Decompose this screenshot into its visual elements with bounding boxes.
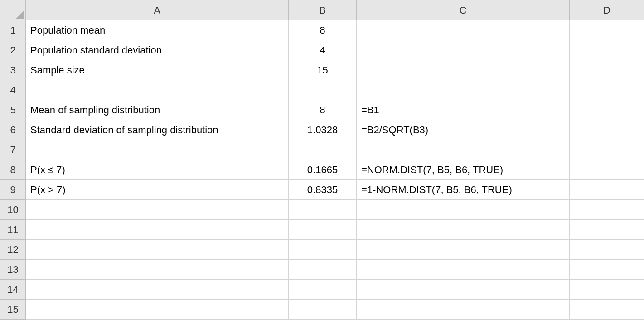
cell-a15[interactable]: [26, 300, 289, 320]
cell-a8[interactable]: P(x ≤ 7): [26, 160, 289, 180]
row-8: 8 P(x ≤ 7) 0.1665 =NORM.DIST(7, B5, B6, …: [0, 160, 644, 180]
row-header-7[interactable]: 7: [0, 140, 26, 160]
cell-c5[interactable]: =B1: [357, 100, 570, 120]
cell-b4[interactable]: [289, 80, 357, 100]
cell-c15[interactable]: [357, 300, 570, 320]
cell-b8[interactable]: 0.1665: [289, 160, 357, 180]
cell-d11[interactable]: [570, 220, 644, 240]
row-header-15[interactable]: 15: [0, 300, 26, 320]
cell-c2[interactable]: [357, 40, 570, 60]
cell-b14[interactable]: [289, 280, 357, 300]
cell-b7[interactable]: [289, 140, 357, 160]
cell-d13[interactable]: [570, 260, 644, 280]
cell-a9[interactable]: P(x > 7): [26, 180, 289, 200]
cell-a6[interactable]: Standard deviation of sampling distribut…: [26, 120, 289, 140]
row-header-12[interactable]: 12: [0, 240, 26, 260]
cell-a13[interactable]: [26, 260, 289, 280]
cell-c13[interactable]: [357, 260, 570, 280]
cell-c1[interactable]: [357, 20, 570, 40]
cell-d9[interactable]: [570, 180, 644, 200]
cell-a4[interactable]: [26, 80, 289, 100]
cell-d6[interactable]: [570, 120, 644, 140]
cell-a1[interactable]: Population mean: [26, 20, 289, 40]
row-7: 7: [0, 140, 644, 160]
cell-d2[interactable]: [570, 40, 644, 60]
cell-b10[interactable]: [289, 200, 357, 220]
cell-c8[interactable]: =NORM.DIST(7, B5, B6, TRUE): [357, 160, 570, 180]
column-header-row: A B C D: [0, 0, 644, 20]
cell-a11[interactable]: [26, 220, 289, 240]
cell-a2[interactable]: Population standard deviation: [26, 40, 289, 60]
cell-c11[interactable]: [357, 220, 570, 240]
cell-b9[interactable]: 0.8335: [289, 180, 357, 200]
cell-b1[interactable]: 8: [289, 20, 357, 40]
cell-c12[interactable]: [357, 240, 570, 260]
row-14: 14: [0, 280, 644, 300]
cell-d1[interactable]: [570, 20, 644, 40]
row-header-8[interactable]: 8: [0, 160, 26, 180]
row-11: 11: [0, 220, 644, 240]
cell-d5[interactable]: [570, 100, 644, 120]
cell-a7[interactable]: [26, 140, 289, 160]
cell-d15[interactable]: [570, 300, 644, 320]
cell-d14[interactable]: [570, 280, 644, 300]
cell-a14[interactable]: [26, 280, 289, 300]
column-header-d[interactable]: D: [570, 0, 644, 20]
cell-c14[interactable]: [357, 280, 570, 300]
row-header-13[interactable]: 13: [0, 260, 26, 280]
row-header-1[interactable]: 1: [0, 20, 26, 40]
row-9: 9 P(x > 7) 0.8335 =1-NORM.DIST(7, B5, B6…: [0, 180, 644, 200]
cell-d7[interactable]: [570, 140, 644, 160]
cell-c7[interactable]: [357, 140, 570, 160]
row-15: 15: [0, 300, 644, 320]
row-header-4[interactable]: 4: [0, 80, 26, 100]
row-header-5[interactable]: 5: [0, 100, 26, 120]
spreadsheet-grid: A B C D 1 Population mean 8 2 Population…: [0, 0, 644, 320]
cell-c9[interactable]: =1-NORM.DIST(7, B5, B6, TRUE): [357, 180, 570, 200]
row-13: 13: [0, 260, 644, 280]
cell-a10[interactable]: [26, 200, 289, 220]
select-all-corner[interactable]: [0, 0, 26, 20]
row-header-3[interactable]: 3: [0, 60, 26, 80]
cell-c3[interactable]: [357, 60, 570, 80]
row-10: 10: [0, 200, 644, 220]
cell-b3[interactable]: 15: [289, 60, 357, 80]
row-header-10[interactable]: 10: [0, 200, 26, 220]
cell-b13[interactable]: [289, 260, 357, 280]
cell-d10[interactable]: [570, 200, 644, 220]
row-12: 12: [0, 240, 644, 260]
row-4: 4: [0, 80, 644, 100]
row-6: 6 Standard deviation of sampling distrib…: [0, 120, 644, 140]
column-header-a[interactable]: A: [26, 0, 289, 20]
cell-c6[interactable]: =B2/SQRT(B3): [357, 120, 570, 140]
row-header-14[interactable]: 14: [0, 280, 26, 300]
row-3: 3 Sample size 15: [0, 60, 644, 80]
cell-a3[interactable]: Sample size: [26, 60, 289, 80]
column-header-c[interactable]: C: [357, 0, 570, 20]
row-header-9[interactable]: 9: [0, 180, 26, 200]
row-header-11[interactable]: 11: [0, 220, 26, 240]
cell-b6[interactable]: 1.0328: [289, 120, 357, 140]
cell-d12[interactable]: [570, 240, 644, 260]
row-1: 1 Population mean 8: [0, 20, 644, 40]
cell-b12[interactable]: [289, 240, 357, 260]
cell-d4[interactable]: [570, 80, 644, 100]
cell-b11[interactable]: [289, 220, 357, 240]
cell-b5[interactable]: 8: [289, 100, 357, 120]
cell-b15[interactable]: [289, 300, 357, 320]
cell-a5[interactable]: Mean of sampling distribution: [26, 100, 289, 120]
row-header-2[interactable]: 2: [0, 40, 26, 60]
cell-d8[interactable]: [570, 160, 644, 180]
cell-c10[interactable]: [357, 200, 570, 220]
cell-c4[interactable]: [357, 80, 570, 100]
cell-d3[interactable]: [570, 60, 644, 80]
row-header-6[interactable]: 6: [0, 120, 26, 140]
row-5: 5 Mean of sampling distribution 8 =B1: [0, 100, 644, 120]
row-2: 2 Population standard deviation 4: [0, 40, 644, 60]
column-header-b[interactable]: B: [289, 0, 357, 20]
cell-b2[interactable]: 4: [289, 40, 357, 60]
cell-a12[interactable]: [26, 240, 289, 260]
